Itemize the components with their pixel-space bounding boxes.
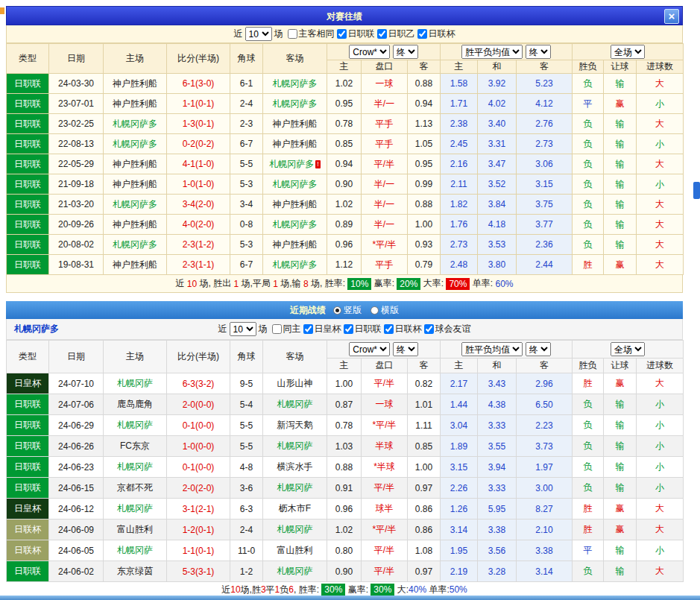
table-row: 日联杯24-06-05札幌冈萨1-1(0-1)11-0富山胜利0.80平/半1.… — [7, 540, 684, 561]
col-goals: 进球数 — [637, 60, 684, 74]
checkbox-input[interactable] — [424, 324, 434, 334]
close-icon[interactable]: × — [664, 9, 679, 24]
h2h-table-wrap: 类型 日期 主场 比分(半场) 角球 客场 Crow* 终 胜平负均值 终 — [6, 43, 683, 275]
cell-league: 日职联 — [7, 94, 49, 114]
cell-league: 日职联 — [7, 74, 49, 94]
cell-ep_draw: 3.40 — [478, 114, 517, 134]
checkbox-input[interactable] — [377, 29, 387, 39]
cell-crow_away: 0.99 — [408, 174, 441, 195]
filter-checkbox[interactable]: 日职乙 — [375, 28, 415, 40]
cell-ep_draw: 3.55 — [478, 436, 517, 457]
cell-handicap: 平/半 — [362, 478, 408, 499]
filter-checkbox[interactable]: 日皇杯 — [301, 323, 341, 335]
col-handicap: 盘口 — [362, 60, 408, 74]
cell-ep_home: 1.58 — [441, 74, 478, 94]
checkbox-input[interactable] — [303, 324, 313, 334]
cell-result: 负 — [573, 215, 604, 235]
cell-league: 日皇杯 — [7, 499, 49, 520]
cell-corner: 3-4 — [230, 195, 263, 215]
dialog-title: 对赛往绩 — [327, 11, 362, 22]
recent-scope-select[interactable]: 全场 — [611, 342, 645, 356]
cell-handicap: *平/半 — [362, 235, 408, 255]
layout-radio[interactable]: 横版 — [371, 304, 399, 317]
col-corner: 角球 — [230, 44, 263, 74]
recent-count-select[interactable]: 10 — [230, 322, 256, 336]
cell-crow_away: 0.82 — [408, 373, 441, 394]
h2h-odds-stage-select[interactable]: 终 — [393, 45, 418, 59]
cell-handicap: 平手 — [362, 255, 408, 275]
cell-corner: 2-4 — [230, 94, 263, 114]
cell-goals: 小 — [637, 94, 684, 114]
cell-crow_home: 0.80 — [327, 540, 362, 561]
col-result: 胜负 — [573, 359, 604, 373]
filter-checkbox[interactable]: 球会友谊 — [422, 323, 471, 335]
checkbox-input[interactable] — [288, 29, 297, 39]
checkbox-input[interactable] — [417, 29, 427, 39]
cell-result: 负 — [573, 561, 604, 582]
filter-checkbox[interactable]: 主客相同 — [286, 28, 335, 40]
layout-radio-group: 竖版横版 — [333, 304, 399, 317]
cell-home: 札幌冈萨 — [104, 373, 167, 394]
recent-europe-odds-select[interactable]: 胜平负均值 — [461, 342, 523, 356]
radio-icon[interactable] — [333, 306, 341, 315]
cell-result: 平 — [573, 94, 604, 114]
checkbox-input[interactable] — [272, 324, 282, 334]
cell-letgoal: 输 — [604, 215, 637, 235]
summary-segment: 8 — [303, 279, 309, 289]
cell-league: 日联杯 — [7, 520, 49, 540]
checkbox-input[interactable] — [384, 324, 394, 334]
cell-crow_home: 0.91 — [327, 478, 362, 499]
cell-letgoal: 输 — [604, 457, 637, 478]
summary-segment: 场,输 — [278, 277, 303, 290]
col-ep-away: 客 — [517, 359, 573, 373]
cell-crow_home: 0.88 — [327, 457, 362, 478]
cell-score: 6-1(3-0) — [167, 74, 230, 94]
cell-goals: 小 — [637, 478, 684, 499]
bottom-bar — [0, 596, 700, 600]
h2h-odds-company-select[interactable]: Crow* — [349, 45, 390, 59]
cell-away: 山形山神 — [263, 373, 327, 394]
h2h-europe-odds-select[interactable]: 胜平负均值 — [461, 45, 523, 59]
cell-home: 札幌冈萨 — [104, 540, 167, 561]
col-home: 主场 — [104, 44, 167, 74]
h2h-europe-stage-select[interactable]: 终 — [526, 45, 551, 59]
layout-radio[interactable]: 竖版 — [333, 304, 362, 317]
radio-icon[interactable] — [371, 306, 379, 315]
scrollbar-thumb[interactable] — [693, 182, 700, 199]
checkbox-input[interactable] — [344, 324, 353, 334]
cell-score: 1-1(0-1) — [167, 94, 230, 114]
radio-label: 横版 — [381, 304, 399, 317]
cell-handicap: 半/一 — [362, 94, 408, 114]
cell-ep_draw: 3.47 — [478, 154, 517, 174]
cell-home: 札幌冈萨 — [104, 415, 167, 436]
summary-segment: 赢率: — [345, 584, 371, 596]
filter-checkbox[interactable]: 日联杯 — [382, 323, 422, 335]
h2h-scope-select[interactable]: 全场 — [611, 45, 645, 59]
filter-checkbox[interactable]: 同主 — [270, 323, 301, 335]
cell-ep_away: 3.06 — [517, 154, 573, 174]
cell-ep_away: 2.23 — [517, 415, 573, 436]
recent-odds-stage-select[interactable]: 终 — [393, 342, 418, 356]
cell-goals: 大 — [637, 195, 684, 215]
page-corner-artifact — [0, 7, 4, 14]
filter-checkbox[interactable]: 日职联 — [335, 28, 375, 40]
cell-ep_home: 2.48 — [441, 255, 478, 275]
checkbox-input[interactable] — [337, 29, 347, 39]
recent-europe-stage-select[interactable]: 终 — [526, 342, 551, 356]
cell-handicap: 平手 — [362, 114, 408, 134]
cell-letgoal: 输 — [604, 561, 637, 582]
cell-result: 负 — [573, 154, 604, 174]
h2h-count-select[interactable]: 10 — [245, 27, 272, 41]
cell-ep_away: 5.23 — [517, 74, 573, 94]
cell-result: 负 — [573, 235, 604, 255]
table-row: 日职联24-06-02东京绿茵5-3(3-1)1-2札幌冈萨0.90平/半0.9… — [7, 561, 684, 582]
games-label: 场 — [274, 28, 283, 40]
col-type: 类型 — [7, 44, 49, 74]
table-row: 日职联20-08-02札幌冈萨多2-3(1-2)5-3神户胜利船0.96*平/半… — [7, 235, 684, 255]
filter-checkbox[interactable]: 日联杯 — [415, 28, 455, 40]
cell-handicap: 平/半 — [362, 561, 408, 582]
recent-odds-company-select[interactable]: Crow* — [349, 342, 390, 356]
table-row: 日皇杯24-07-10札幌冈萨6-3(3-2)9-5山形山神1.00平/半0.8… — [7, 373, 684, 394]
cell-letgoal: 赢 — [604, 499, 637, 520]
filter-checkbox[interactable]: 日职联 — [341, 323, 382, 335]
